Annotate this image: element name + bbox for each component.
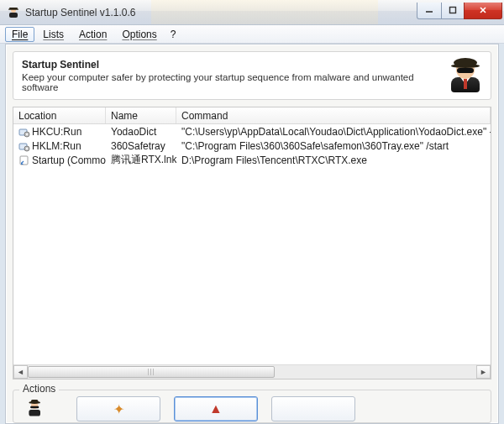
cell-command: D:\Program Files\Tencent\RTXC\RTX.exe xyxy=(176,154,491,167)
titlebar-decoration xyxy=(151,0,378,24)
cell-location-text: HKLM:Run xyxy=(32,140,81,152)
menu-help[interactable]: ? xyxy=(165,27,181,42)
app-icon xyxy=(7,6,20,19)
column-location[interactable]: Location xyxy=(13,107,106,123)
column-name[interactable]: Name xyxy=(106,107,176,123)
cell-location: HKCU:Run xyxy=(13,125,106,139)
maximize-button[interactable] xyxy=(441,3,465,19)
menu-options[interactable]: Options xyxy=(115,27,163,42)
client-area: Startup Sentinel Keep your computer safe… xyxy=(5,44,499,424)
table-row[interactable]: HKLM:Run 360Safetray "C:\Program Files\3… xyxy=(13,139,491,153)
table-row[interactable]: Startup (Common) 腾讯通RTX.lnk D:\Program F… xyxy=(13,153,491,167)
action-button-1[interactable]: ✦ xyxy=(76,396,160,421)
window-controls xyxy=(417,3,502,19)
scroll-left-button[interactable]: ◄ xyxy=(13,365,28,379)
action-button-2[interactable]: ▲ xyxy=(174,396,258,421)
gear-icon xyxy=(18,140,30,152)
cell-command: "C:\Users\yp\AppData\Local\Youdao\Dict\A… xyxy=(176,125,491,139)
menu-action[interactable]: Action xyxy=(72,27,113,42)
cell-command: "C:\Program Files\360\360Safe\safemon\36… xyxy=(176,139,491,153)
table-row[interactable]: HKCU:Run YodaoDict "C:\Users\yp\AppData\… xyxy=(13,124,491,139)
title-bar: Startup Sentinel v1.1.0.6 xyxy=(0,0,504,25)
svg-point-13 xyxy=(26,148,28,149)
header-text: Startup Sentinel Keep your computer safe… xyxy=(22,59,440,92)
gear-icon xyxy=(18,126,30,138)
column-command[interactable]: Command xyxy=(176,107,491,123)
close-button[interactable] xyxy=(464,3,502,19)
actions-group: Actions ✦ ▲ xyxy=(13,385,491,423)
window-title: Startup Sentinel v1.1.0.6 xyxy=(25,7,135,18)
minimize-button[interactable] xyxy=(417,3,442,19)
scroll-right-button[interactable]: ► xyxy=(476,365,491,379)
cell-name: 360Safetray xyxy=(106,139,176,153)
svg-rect-3 xyxy=(9,13,18,18)
table-body: HKCU:Run YodaoDict "C:\Users\yp\AppData\… xyxy=(13,124,491,364)
swirl-icon: ✦ xyxy=(113,401,124,417)
scroll-thumb[interactable] xyxy=(28,366,275,378)
action-button-3[interactable] xyxy=(271,396,355,421)
actions-label: Actions xyxy=(19,383,59,395)
app-subtitle: Keep your computer safer by protecting y… xyxy=(22,72,440,92)
menu-lists[interactable]: Lists xyxy=(36,27,71,42)
action-glyph-icon: ▲ xyxy=(209,401,223,416)
cell-name: 腾讯通RTX.lnk xyxy=(106,152,176,168)
scroll-track[interactable] xyxy=(28,365,476,379)
action-buttons: ✦ ▲ xyxy=(21,396,483,421)
table-header: Location Name Command xyxy=(13,107,491,124)
app-title: Startup Sentinel xyxy=(22,59,440,71)
startup-table: Location Name Command HKCU:Run YodaoDict… xyxy=(13,107,491,380)
horizontal-scrollbar[interactable]: ◄ ► xyxy=(13,364,491,379)
menu-file[interactable]: File xyxy=(5,27,34,42)
menu-bar: File Lists Action Options ? xyxy=(0,25,504,44)
agent-icon xyxy=(449,59,482,92)
shortcut-icon xyxy=(18,154,30,166)
cell-location: Startup (Common) xyxy=(13,154,106,167)
svg-point-10 xyxy=(26,133,28,135)
cell-location-text: Startup (Common) xyxy=(32,154,106,166)
svg-rect-2 xyxy=(8,8,18,9)
svg-rect-5 xyxy=(450,8,456,13)
cell-location: HKLM:Run xyxy=(13,139,106,153)
header-panel: Startup Sentinel Keep your computer safe… xyxy=(13,51,491,100)
cell-location-text: HKCU:Run xyxy=(32,126,81,138)
cell-name: YodaoDict xyxy=(106,125,176,139)
